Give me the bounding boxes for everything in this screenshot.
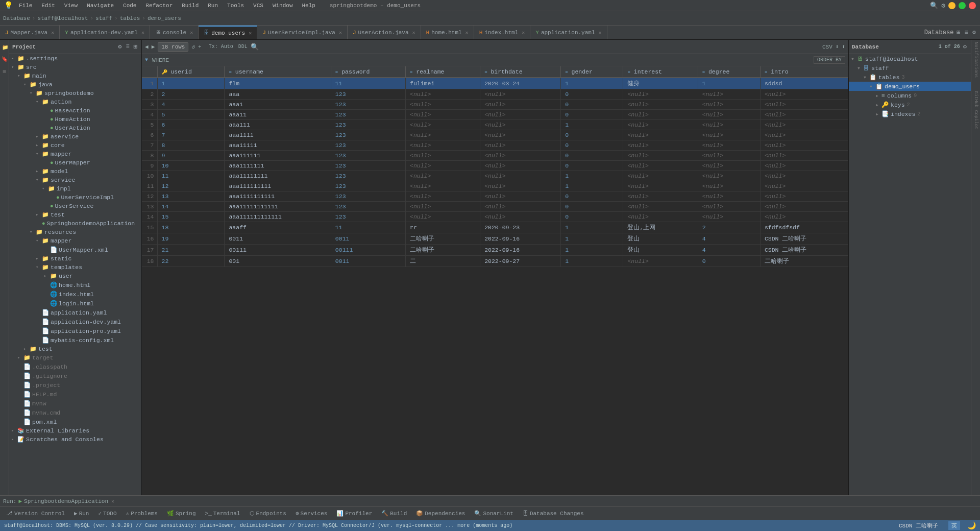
table-cell[interactable]: <null> [698,161,760,171]
table-cell[interactable]: <null> [760,151,848,161]
table-cell[interactable]: 6 [142,130,157,140]
table-cell[interactable]: 123 [331,181,405,191]
tree-item-homeaction[interactable]: ● HomeAction [9,115,141,124]
tree-item-action[interactable]: ▾ 📁 action [9,98,141,106]
table-cell[interactable]: <null> [760,130,848,140]
tab-home[interactable]: H home.html ✕ [421,26,474,39]
csv-label[interactable]: CSV [822,44,832,50]
table-cell[interactable]: 00111 [225,245,331,256]
table-cell[interactable]: 123 [331,212,405,222]
table-cell[interactable]: <null> [405,89,480,100]
table-cell[interactable]: 8 [157,140,225,151]
table-cell[interactable]: 123 [331,89,405,100]
table-cell[interactable]: 2 [157,89,225,100]
table-cell[interactable]: aaa111111111 [225,181,331,191]
table-cell[interactable]: 16 [142,233,157,245]
table-cell[interactable]: 0011 [331,256,405,267]
table-cell[interactable]: aaa1111111111 [225,191,331,202]
table-cell[interactable]: 2 [698,222,760,233]
settings-icon[interactable]: ⚙ [941,2,945,10]
table-cell[interactable]: 21 [157,245,225,256]
table-cell[interactable]: 登山,上网 [623,222,698,233]
tab-dependencies[interactable]: 📦 Dependencies [412,509,469,518]
table-cell[interactable]: <null> [623,89,698,100]
table-cell[interactable]: 13 [142,202,157,212]
table-cell[interactable]: 9 [157,151,225,161]
menu-view[interactable]: View [60,2,82,10]
tab-application[interactable]: Y application.yaml ✕ [530,26,607,39]
table-row[interactable]: 1011aaa11111111123<null><null>1<null><nu… [142,171,848,181]
table-cell[interactable]: 0 [561,191,623,202]
tab-close-appdev[interactable]: ✕ [141,30,144,36]
table-cell[interactable]: <null> [480,171,561,181]
notifications-label[interactable]: Notifications [973,42,978,78]
table-cell[interactable]: <null> [760,89,848,100]
tree-item-index-html[interactable]: 🌐 index.html [9,289,141,299]
tab-version-control[interactable]: ⎇ Version Control [2,509,69,518]
table-cell[interactable]: sfdfsdfsdf [760,222,848,233]
table-cell[interactable]: <null> [760,212,848,222]
tree-item-application-yaml[interactable]: 📄 application.yaml [9,308,141,317]
table-cell[interactable]: <null> [698,140,760,151]
table-cell[interactable]: 4 [698,245,760,256]
table-cell[interactable]: sddsd [760,78,848,89]
tree-item-baseaction[interactable]: ● BaseAction [9,106,141,115]
tree-item-application-pro-yaml[interactable]: 📄 application-pro.yaml [9,326,141,335]
table-cell[interactable]: 123 [331,100,405,110]
tree-item-target[interactable]: ▸ 📁 target [9,353,141,362]
tab-close-mapper[interactable]: ✕ [51,30,54,36]
col-realname[interactable]: ≡ realname [405,66,480,78]
tree-item-ext-libs[interactable]: ▸ 📚 External Libraries [9,426,141,435]
table-cell[interactable]: <null> [480,212,561,222]
tree-item-usermapper-xml[interactable]: 📄 UserMapper.xml [9,245,141,254]
tab-console[interactable]: 🖥 console ✕ [150,26,199,39]
table-cell[interactable]: 8 [142,151,157,161]
table-cell[interactable]: 0011 [225,233,331,245]
tab-close-home[interactable]: ✕ [465,30,469,36]
search-db-icon[interactable]: 🔍 [251,43,259,51]
table-cell[interactable]: 登山 [623,233,698,245]
db-staff-item[interactable]: ▾ 🗄 staff [849,63,971,73]
table-cell[interactable]: 2020-09-23 [480,222,561,233]
table-cell[interactable]: aaa111111111111 [225,212,331,222]
table-cell[interactable]: 2022-09-27 [480,256,561,267]
table-cell[interactable]: 00111 [331,245,405,256]
settings-icon2[interactable]: ≡ [964,28,969,37]
table-cell[interactable]: 10 [157,161,225,171]
table-row[interactable]: 1314aaa11111111111123<null><null>0<null>… [142,202,848,212]
project-icon[interactable]: 📁 [2,44,7,50]
table-cell[interactable]: <null> [405,202,480,212]
table-cell[interactable]: aaa1111 [225,130,331,140]
table-cell[interactable]: 二 [405,256,480,267]
col-gender[interactable]: ≡ gender [561,66,623,78]
table-cell[interactable]: 4 [157,100,225,110]
table-cell[interactable]: 2020-03-24 [480,78,561,89]
tab-close-useraction[interactable]: ✕ [412,30,415,36]
table-cell[interactable]: aaa111 [225,120,331,130]
tab-close-application[interactable]: ✕ [599,30,602,36]
table-cell[interactable]: 二哈喇子 [760,256,848,267]
sidebar-settings-icon[interactable]: ⚙ [117,42,122,52]
tab-close-demo-users[interactable]: ✕ [249,30,252,36]
db-keys-item[interactable]: ▸ 🔑 keys 2 [849,100,971,109]
table-cell[interactable]: <null> [698,110,760,120]
col-userid[interactable]: 🔑 userid [157,66,225,78]
table-cell[interactable]: <null> [698,120,760,130]
table-cell[interactable]: 二哈喇子 [405,233,480,245]
tree-item-impl[interactable]: ▾ 📁 impl [9,184,141,193]
table-cell[interactable]: 123 [331,140,405,151]
tab-services[interactable]: ⚙ Services [291,509,331,518]
tab-demo-users[interactable]: 🗄 demo_users ✕ [199,26,257,39]
db-indexes-item[interactable]: ▸ 📑 indexes 2 [849,109,971,118]
tree-item-src[interactable]: ▾ 📁 src [9,63,141,71]
tree-item-mybatis-config[interactable]: 📄 mybatis-config.xml [9,335,141,345]
data-table-container[interactable]: 🔑 userid ≡ username ≡ password ≡ realnam… [142,66,848,495]
table-cell[interactable]: 登山 [623,245,698,256]
table-cell[interactable]: aaa11 [225,110,331,120]
maximize-button[interactable] [959,2,966,9]
table-cell[interactable]: rr [405,222,480,233]
table-cell[interactable]: <null> [405,161,480,171]
table-cell[interactable]: <null> [623,181,698,191]
table-cell[interactable]: 11 [157,171,225,181]
menu-tools[interactable]: Tools [223,2,248,10]
